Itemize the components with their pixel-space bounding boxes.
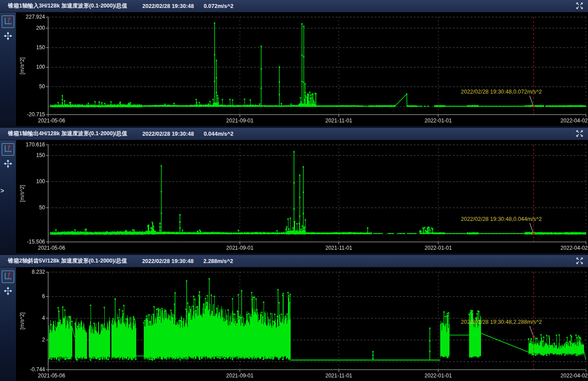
pan-tool-button[interactable] bbox=[2, 158, 14, 171]
cursor-tool-button[interactable] bbox=[2, 143, 14, 156]
move-arrows-icon bbox=[3, 31, 13, 43]
waveform-canvas[interactable] bbox=[16, 267, 588, 381]
chart-panel-1: 锥箱1轴输入3H/128k 加速度波形(0.1-2000)/总值 2022/02… bbox=[0, 0, 588, 126]
measurement-value: 0.044m/s^2 bbox=[204, 131, 233, 137]
panel-titlebar: 锥箱1轴输出4H/128k 加速度波形(0.1-2000)/总值 2022/02… bbox=[0, 128, 588, 140]
pan-tool-button[interactable] bbox=[2, 286, 14, 298]
maximize-button[interactable] bbox=[575, 2, 584, 11]
maximize-button[interactable] bbox=[575, 130, 584, 138]
plot-area: 2022/02/28 19:30:48,0.072m/s^2 bbox=[16, 12, 588, 126]
chart-toolbar bbox=[0, 267, 16, 381]
measurement-timestamp: 2022/02/28 19:30:48 bbox=[142, 3, 194, 9]
chart-row: 2022/02/28 19:30:48,2.288m/s^2 bbox=[0, 267, 588, 381]
measurement-timestamp: 2022/02/28 19:30:48 bbox=[142, 258, 193, 264]
move-arrows-icon bbox=[3, 159, 13, 170]
sidebar-expand-chevron[interactable]: > bbox=[0, 187, 4, 195]
panel-titlebar: 锥箱2轴斜齿5V/128k 加速度波形(0.1-2000)/总值 2022/02… bbox=[0, 255, 588, 267]
panel-titlebar: 锥箱1轴输入3H/128k 加速度波形(0.1-2000)/总值 2022/02… bbox=[0, 0, 588, 12]
cursor-tool-button[interactable] bbox=[2, 16, 14, 28]
measurement-value: 0.072m/s^2 bbox=[204, 3, 233, 9]
channel-title: 锥箱2轴斜齿5V/128k 加速度波形(0.1-2000)/总值 bbox=[8, 257, 127, 265]
chart-toolbar bbox=[0, 140, 16, 253]
axes-cursor-icon bbox=[3, 16, 13, 27]
chart-panel-2: 锥箱1轴输出4H/128k 加速度波形(0.1-2000)/总值 2022/02… bbox=[0, 128, 588, 253]
expand-arrows-icon bbox=[576, 132, 584, 139]
chart-panel-3: 锥箱2轴斜齿5V/128k 加速度波形(0.1-2000)/总值 2022/02… bbox=[0, 255, 588, 381]
plot-area: 2022/02/28 19:30:48,0.044m/s^2 bbox=[16, 140, 588, 253]
plot-area: 2022/02/28 19:30:48,2.288m/s^2 bbox=[16, 267, 588, 381]
expand-arrows-icon bbox=[576, 4, 584, 11]
chart-row: 2022/02/28 19:30:48,0.072m/s^2 bbox=[0, 12, 588, 126]
measurement-value: 2.288m/s^2 bbox=[203, 258, 233, 264]
cursor-tool-button[interactable] bbox=[2, 271, 14, 283]
axes-cursor-icon bbox=[3, 144, 13, 155]
pan-tool-button[interactable] bbox=[2, 31, 14, 43]
waveform-canvas[interactable] bbox=[16, 140, 588, 253]
chart-row: 2022/02/28 19:30:48,0.044m/s^2 bbox=[0, 140, 588, 253]
expand-arrows-icon bbox=[576, 259, 584, 266]
channel-title: 锥箱1轴输出4H/128k 加速度波形(0.1-2000)/总值 bbox=[8, 130, 127, 137]
waveform-canvas[interactable] bbox=[16, 12, 588, 126]
move-arrows-icon bbox=[3, 286, 13, 298]
maximize-button[interactable] bbox=[575, 257, 584, 266]
channel-title: 锥箱1轴输入3H/128k 加速度波形(0.1-2000)/总值 bbox=[8, 2, 127, 10]
axes-cursor-icon bbox=[3, 271, 13, 283]
measurement-timestamp: 2022/02/28 19:30:48 bbox=[142, 131, 194, 137]
chart-toolbar bbox=[0, 12, 16, 126]
